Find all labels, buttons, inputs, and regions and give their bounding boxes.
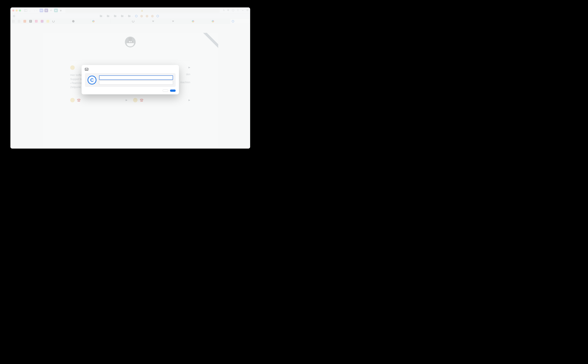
dock-icon (85, 68, 88, 71)
add-to-dock-dialog: C (82, 65, 179, 94)
add-button[interactable] (170, 90, 176, 92)
webapp-name-input[interactable] (99, 75, 173, 80)
webapp-url-input[interactable] (99, 81, 173, 85)
cancel-button[interactable] (163, 90, 168, 92)
site-favicon: C (87, 76, 96, 84)
browser-window: ⌄ ‹ › sa h f? ⊕ ◉ 🔒 ↻ ⚙ ⓘ ⇪ ＋ ⧉ ⌄ ⌄ ⌄ ⌄ (10, 7, 250, 149)
